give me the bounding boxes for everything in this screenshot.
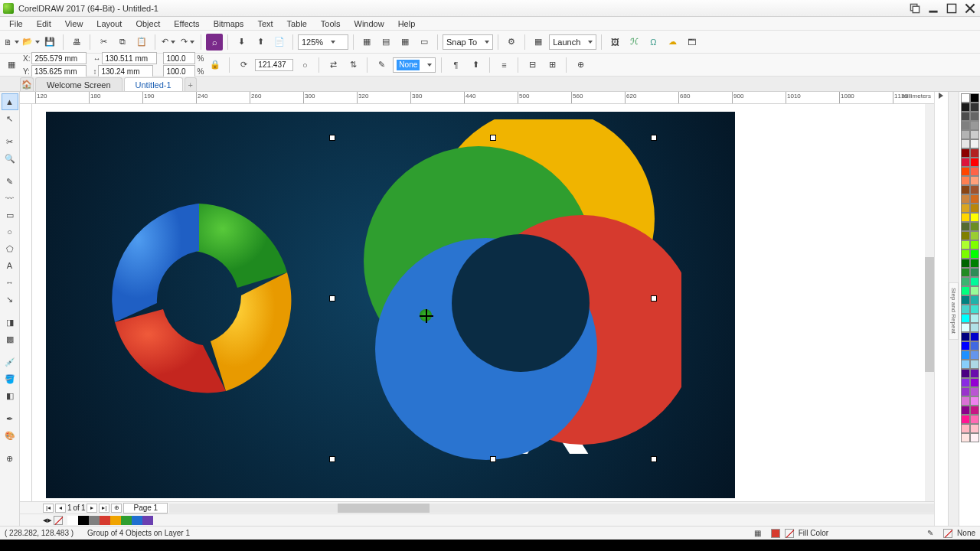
add-preset-button[interactable]: ⊕ [572,57,589,73]
snap-to-combo[interactable]: Snap To [443,34,493,50]
palette-swatch[interactable] [961,424,970,433]
palette-swatch[interactable] [961,93,970,103]
object-origin-icon[interactable]: ▦ [3,57,20,73]
fill-indicator[interactable] [771,529,780,538]
palette-swatch[interactable] [961,176,970,185]
corel-online-icon[interactable]: 🖼 [606,34,623,51]
print-button[interactable]: 🖶 [68,34,85,51]
palette-swatch[interactable] [961,295,970,305]
selection-handle-w[interactable] [329,295,335,302]
menu-file[interactable]: File [3,18,29,29]
cut-button[interactable]: ✂ [95,34,112,51]
palette-swatch[interactable] [970,295,979,305]
app-launcher-icon[interactable]: ▦ [530,34,547,51]
palette-swatch[interactable] [961,332,970,341]
show-guidelines-button[interactable]: ▭ [416,34,433,51]
fullscreen-preview-button[interactable]: ▦ [358,34,375,51]
menu-bitmaps[interactable]: Bitmaps [207,18,250,29]
doc-palette-next[interactable]: ▸ [47,515,52,525]
palette-swatch[interactable] [970,332,979,341]
palette-swatch[interactable] [970,167,979,176]
palette-swatch[interactable] [961,158,970,167]
scale-x-field[interactable]: 100.0 [163,52,195,64]
palette-swatch[interactable] [970,148,979,158]
doc-palette-swatch[interactable] [121,516,132,525]
palette-swatch[interactable] [970,415,979,424]
palette-swatch[interactable] [970,360,979,369]
undo-button[interactable]: ↶ [160,34,177,51]
menu-help[interactable]: Help [392,18,422,29]
outline-width-combo[interactable]: None [393,57,436,73]
docker-toggle-strip[interactable] [934,92,948,526]
palette-swatch[interactable] [961,396,970,406]
outline-pen-status-icon[interactable]: ✎ [922,525,939,542]
palette-swatch[interactable] [970,139,979,148]
welcome-home-icon[interactable]: 🏠 [20,77,34,91]
palette-swatch[interactable] [970,93,979,103]
color-eyedropper-tool[interactable]: 💉 [2,354,18,370]
lock-ratio-button[interactable]: 🔒 [207,57,224,73]
new-button[interactable]: 🗎 [3,34,20,51]
palette-swatch[interactable] [970,396,979,406]
menu-effects[interactable]: Effects [168,18,205,29]
paste-button[interactable]: 📋 [133,34,150,51]
tab-document[interactable]: Untitled-1 [124,77,183,91]
palette-swatch[interactable] [961,103,970,112]
ungroup-button[interactable]: ⊟ [524,57,541,73]
palette-swatch[interactable] [961,112,970,121]
palette-swatch[interactable] [961,185,970,194]
whats-new-icon[interactable]: Ω [645,34,662,51]
transparency-tool[interactable]: ▩ [2,331,18,347]
palette-swatch[interactable] [970,378,979,387]
palette-swatch[interactable] [961,277,970,286]
mirror-h-button[interactable]: ⇄ [325,57,341,73]
rotation-center-icon[interactable]: ○ [296,57,313,73]
crop-tool[interactable]: ✂ [2,133,18,150]
freehand-tool[interactable]: ✎ [2,173,18,190]
scale-y-field[interactable]: 100.0 [163,65,195,77]
palette-swatch[interactable] [970,158,979,167]
shape-tool[interactable]: ↖ [2,110,18,127]
palette-swatch[interactable] [970,213,979,222]
show-rulers-button[interactable]: ▤ [377,34,394,51]
drop-shadow-tool[interactable]: ◨ [2,314,18,331]
selection-handle-ne[interactable] [651,135,657,141]
palette-swatch[interactable] [961,240,970,249]
menu-edit[interactable]: Edit [31,18,57,29]
menu-table[interactable]: Table [281,18,313,29]
palette-swatch[interactable] [970,323,979,332]
palette-swatch[interactable] [961,213,970,222]
new-tab-button[interactable]: + [185,77,197,91]
horizontal-ruler[interactable]: millimeters 1201801902402603003203804405… [20,92,934,104]
font-manager-icon[interactable]: ℋ [626,34,642,51]
copy-button[interactable]: ⧉ [114,34,131,51]
palette-swatch[interactable] [961,231,970,240]
close-button[interactable] [963,3,977,14]
save-button[interactable]: 💾 [41,34,58,51]
palette-swatch[interactable] [970,350,979,360]
palette-swatch[interactable] [970,103,979,112]
publish-pdf-button[interactable]: 📄 [271,34,288,51]
palette-swatch[interactable] [970,185,979,194]
zoom-tool[interactable]: 🔍 [2,150,18,167]
first-page-button[interactable]: |◂ [43,504,54,513]
outline-indicator[interactable] [943,529,952,538]
color-proof-icon[interactable]: ▦ [750,525,766,542]
parallel-dimension-tool[interactable]: ↔ [2,274,18,291]
palette-swatch[interactable] [961,249,970,259]
palette-swatch[interactable] [970,121,979,130]
doc-palette-swatch[interactable] [89,516,100,525]
palette-swatch[interactable] [961,194,970,204]
wrap-text-button[interactable]: ¶ [447,57,464,73]
palette-swatch[interactable] [970,259,979,268]
palette-swatch[interactable] [961,406,970,415]
palette-swatch[interactable] [961,341,970,350]
page-tab[interactable]: Page 1 [123,503,168,514]
palette-swatch[interactable] [970,240,979,249]
palette-swatch[interactable] [961,323,970,332]
height-field[interactable]: 130.24 mm [98,65,153,77]
minimize-button[interactable] [926,3,940,14]
maximize-button[interactable] [945,3,959,14]
palette-swatch[interactable] [970,194,979,204]
palette-swatch[interactable] [970,204,979,213]
